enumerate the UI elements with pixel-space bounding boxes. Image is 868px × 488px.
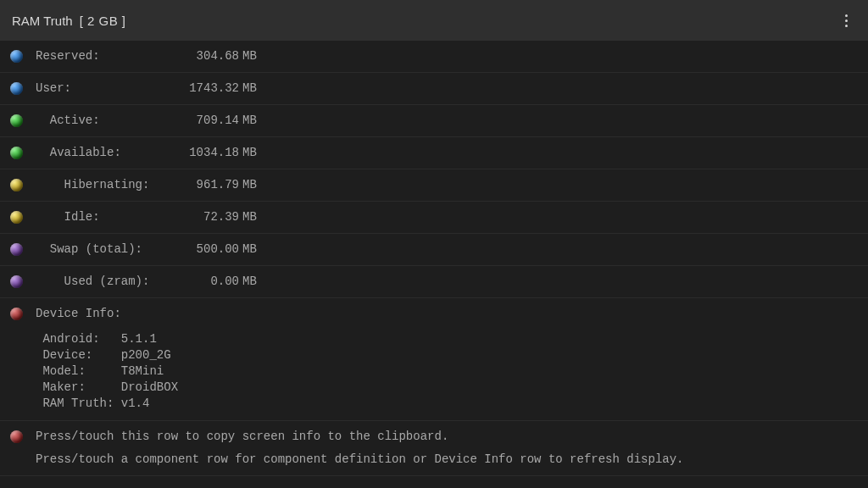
hint-row[interactable]: Press/touch this row to copy screen info…	[0, 421, 868, 476]
device-info-row[interactable]: Device Info: Android: 5.1.1 Device: p200…	[0, 298, 868, 421]
hint-line-2: Press/touch a component row for componen…	[36, 452, 684, 466]
memory-unit: MB	[239, 178, 257, 191]
memory-row[interactable]: Reserved:304.68MB	[0, 41, 868, 73]
blue-dot-icon	[10, 82, 23, 95]
memory-label: User:	[36, 81, 167, 95]
memory-row[interactable]: Idle:72.39MB	[0, 202, 868, 234]
memory-unit: MB	[239, 114, 257, 127]
titlebar: RAM Truth [ 2 GB ]	[0, 0, 868, 41]
memory-label: Swap (total):	[36, 242, 167, 256]
device-info-header: Device Info:	[36, 307, 178, 320]
device-info-icon	[10, 308, 23, 320]
memory-label: Available:	[36, 146, 167, 159]
yellow-dot-icon	[10, 211, 23, 224]
memory-unit: MB	[239, 274, 257, 288]
memory-unit: MB	[239, 242, 257, 256]
memory-unit: MB	[239, 146, 257, 159]
memory-unit: MB	[239, 210, 257, 224]
memory-row[interactable]: Used (zram):0.00MB	[0, 266, 868, 298]
memory-row[interactable]: Active:709.14MB	[0, 105, 868, 137]
memory-list: Reserved:304.68MBUser:1743.32MB Active:7…	[0, 41, 868, 298]
memory-label: Used (zram):	[36, 274, 167, 288]
memory-label: Reserved:	[36, 49, 167, 63]
memory-unit: MB	[239, 81, 257, 95]
memory-value: 1743.32	[167, 81, 239, 95]
memory-label: Active:	[36, 114, 167, 127]
overflow-menu-icon[interactable]	[836, 14, 856, 27]
memory-row[interactable]: Available:1034.18MB	[0, 137, 868, 169]
green-dot-icon	[10, 147, 23, 159]
yellow-dot-icon	[10, 179, 23, 191]
app-name: RAM Truth	[12, 14, 73, 28]
memory-value: 304.68	[167, 49, 239, 63]
purple-dot-icon	[10, 275, 23, 288]
memory-label: Hibernating:	[36, 178, 167, 191]
device-info-lines: Android: 5.1.1 Device: p200_2G Model: T8…	[36, 331, 178, 411]
hint-line-1: Press/touch this row to copy screen info…	[36, 430, 684, 443]
memory-value: 961.79	[167, 178, 239, 191]
title-text: RAM Truth [ 2 GB ]	[12, 14, 126, 28]
memory-row[interactable]: User:1743.32MB	[0, 73, 868, 105]
purple-dot-icon	[10, 243, 23, 256]
total-ram: [ 2 GB ]	[80, 14, 126, 28]
hint-icon	[10, 430, 23, 443]
green-dot-icon	[10, 114, 23, 127]
blue-dot-icon	[10, 50, 23, 63]
memory-row[interactable]: Swap (total):500.00MB	[0, 234, 868, 266]
memory-label: Idle:	[36, 210, 167, 224]
memory-unit: MB	[239, 49, 257, 63]
memory-value: 500.00	[167, 242, 239, 256]
memory-value: 1034.18	[167, 146, 239, 159]
memory-value: 72.39	[167, 210, 239, 224]
memory-row[interactable]: Hibernating:961.79MB	[0, 169, 868, 202]
memory-value: 0.00	[167, 274, 239, 288]
memory-value: 709.14	[167, 114, 239, 127]
